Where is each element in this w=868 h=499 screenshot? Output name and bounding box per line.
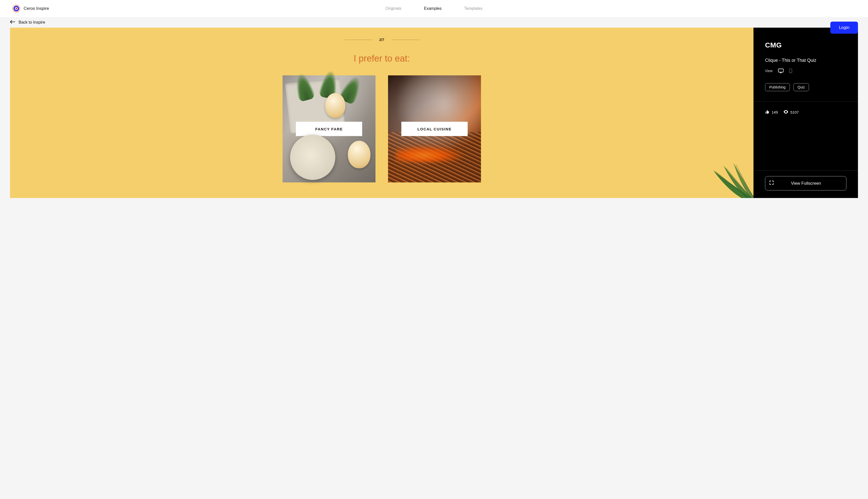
progress-line-right	[392, 40, 419, 40]
fullscreen-label: View Fullscreen	[770, 181, 842, 186]
egg-icon	[325, 93, 345, 118]
mobile-icon	[789, 69, 792, 73]
thumbs-up-icon	[765, 110, 770, 115]
quiz-preview-panel: 2/7 I prefer to eat: FANCY FARE LOCAL CU…	[10, 28, 754, 198]
quiz-option-local-cuisine[interactable]: LOCAL CUISINE	[388, 75, 481, 182]
svg-rect-4	[778, 69, 783, 72]
back-label: Back to Inspire	[18, 20, 45, 25]
arrow-left-icon	[10, 20, 15, 25]
option-label: FANCY FARE	[296, 122, 362, 136]
views-stat: 5107	[783, 110, 799, 114]
brand-block[interactable]: Ceros Inspire	[12, 4, 49, 13]
nav-originals[interactable]: Originals	[385, 6, 401, 11]
login-button[interactable]: Login	[830, 22, 858, 34]
content-area: Login 2/7 I prefer to eat: FANCY FARE	[0, 28, 868, 208]
site-header: Ceros Inspire Originals Examples Templat…	[0, 0, 868, 17]
device-view-row: View	[765, 69, 846, 73]
tag-publishing[interactable]: Publishing	[765, 83, 790, 91]
panel-row: 2/7 I prefer to eat: FANCY FARE LOCAL CU…	[10, 28, 858, 198]
ceros-logo-icon	[12, 4, 21, 13]
eye-icon	[783, 110, 789, 114]
quiz-question: I prefer to eat:	[354, 53, 410, 64]
view-label: View	[765, 69, 772, 73]
likes-stat[interactable]: 149	[765, 110, 778, 115]
piece-title: Clique - This or That Quiz	[765, 58, 846, 63]
views-count: 5107	[790, 110, 799, 114]
nav-examples[interactable]: Examples	[424, 6, 442, 11]
desktop-view-button[interactable]	[778, 69, 784, 73]
piece-brand: CMG	[765, 41, 846, 49]
nav-templates[interactable]: Templates	[464, 6, 483, 11]
view-fullscreen-button[interactable]: View Fullscreen	[765, 176, 846, 191]
egg-icon	[348, 141, 370, 168]
detail-panel: CMG Clique - This or That Quiz View Publ…	[754, 28, 858, 198]
quiz-progress: 2/7	[344, 38, 419, 42]
quiz-options: FANCY FARE LOCAL CUISINE	[283, 75, 481, 182]
progress-counter: 2/7	[379, 38, 384, 42]
likes-count: 149	[771, 110, 778, 114]
progress-line-left	[344, 40, 372, 40]
svg-point-6	[790, 72, 791, 73]
desktop-icon	[778, 69, 784, 73]
option-label: LOCAL CUISINE	[401, 122, 468, 136]
primary-nav: Originals Examples Templates	[385, 6, 483, 11]
herb-sprig-icon	[292, 71, 316, 102]
detail-top: CMG Clique - This or That Quiz View Publ…	[754, 28, 858, 101]
mobile-view-button[interactable]	[789, 69, 792, 73]
quiz-option-fancy-fare[interactable]: FANCY FARE	[283, 75, 375, 182]
spacer	[754, 123, 858, 170]
tag-row: Publishing Quiz	[765, 83, 846, 91]
brand-name: Ceros Inspire	[24, 6, 49, 11]
sub-nav-bar: Back to Inspire	[0, 17, 868, 28]
tag-quiz[interactable]: Quiz	[793, 83, 809, 91]
back-to-inspire-link[interactable]: Back to Inspire	[10, 20, 45, 25]
palm-leaf-icon	[703, 160, 754, 198]
svg-point-3	[15, 8, 17, 9]
stats-row: 149 5107	[754, 101, 858, 123]
fullscreen-wrap: View Fullscreen	[754, 171, 858, 198]
svg-point-7	[785, 111, 786, 112]
